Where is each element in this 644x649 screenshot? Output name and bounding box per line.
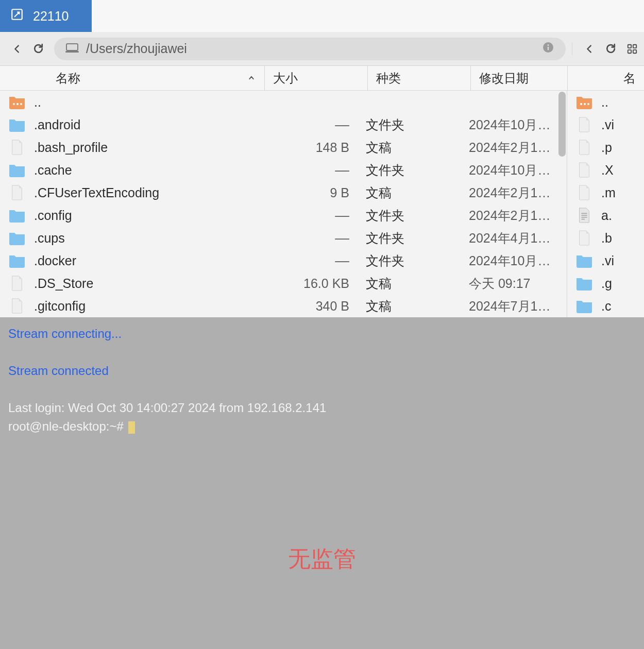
file-size: ––	[265, 117, 358, 132]
column-header-date[interactable]: 修改日期	[471, 66, 567, 90]
file-name: .config	[31, 208, 265, 223]
file-name: .vi	[598, 117, 644, 132]
file-name: .g	[598, 276, 644, 291]
file-kind: 文稿	[358, 184, 461, 201]
file-name: .android	[31, 117, 265, 132]
file-name: .bash_profile	[31, 140, 265, 155]
file-row[interactable]: .vi	[567, 113, 644, 136]
file-row[interactable]: .vi	[567, 249, 644, 272]
file-icon	[0, 276, 31, 291]
file-date: 2024年10月…	[461, 162, 567, 179]
file-row[interactable]: .p	[567, 136, 644, 159]
file-row[interactable]: .DS_Store16.0 KB文稿今天 09:17	[0, 272, 567, 295]
file-name: ..	[598, 95, 644, 110]
path-input[interactable]: /Users/zhoujiawei	[54, 38, 566, 60]
file-row[interactable]: .gitconfig340 B文稿2024年7月1…	[0, 295, 567, 317]
terminal-line: Stream connected	[8, 362, 636, 380]
file-row[interactable]: .b	[567, 227, 644, 249]
svg-rect-13	[628, 44, 631, 47]
file-icon	[567, 185, 598, 200]
svg-point-11	[548, 44, 549, 46]
file-kind: 文件夹	[358, 207, 461, 224]
file-kind: 文件夹	[358, 252, 461, 269]
svg-rect-9	[65, 51, 79, 53]
file-row[interactable]: ..	[0, 91, 567, 113]
file-row[interactable]: .g	[567, 272, 644, 295]
file-row[interactable]: .bash_profile148 B文稿2024年2月1…	[0, 136, 567, 159]
file-kind: 文件夹	[358, 116, 461, 133]
file-name: .cups	[31, 231, 265, 246]
reload-button-right[interactable]	[604, 42, 617, 55]
file-list-left[interactable]: ...android––文件夹2024年10月….bash_profile148…	[0, 91, 567, 317]
file-size: 340 B	[265, 299, 358, 314]
file-size: 16.0 KB	[265, 276, 358, 291]
reload-button[interactable]	[32, 42, 45, 55]
folder-up-icon	[567, 94, 598, 110]
file-icon	[0, 185, 31, 200]
column-header-name[interactable]: 名称	[0, 66, 265, 90]
file-date: 2024年10月…	[461, 116, 567, 133]
file-name: ..	[31, 95, 265, 110]
file-kind: 文件夹	[358, 162, 461, 179]
tab-bar: 22110	[0, 0, 644, 32]
column-header-kind[interactable]: 种类	[368, 66, 471, 90]
file-date: 2024年2月1…	[461, 207, 567, 224]
tab-active[interactable]: 22110	[0, 0, 92, 32]
file-row[interactable]: .c	[567, 295, 644, 317]
file-size: ––	[265, 253, 358, 268]
folder-icon	[0, 253, 31, 268]
column-header-size[interactable]: 大小	[265, 66, 368, 90]
textdoc-icon	[567, 208, 598, 223]
file-row[interactable]: .cache––文件夹2024年10月…	[0, 159, 567, 181]
file-kind: 文稿	[358, 275, 461, 292]
file-name: .docker	[31, 253, 265, 268]
file-icon	[567, 162, 598, 178]
file-list-right[interactable]: ...vi.p.X.ma..b.vi.g.c	[567, 91, 644, 317]
file-icon	[567, 140, 598, 155]
file-row[interactable]: .docker––文件夹2024年10月…	[0, 249, 567, 272]
file-row[interactable]: .config––文件夹2024年2月1…	[0, 204, 567, 227]
grid-view-icon[interactable]	[626, 43, 638, 55]
file-name: .cache	[31, 163, 265, 178]
back-button-right[interactable]	[584, 43, 595, 55]
file-panes: ...android––文件夹2024年10月….bash_profile148…	[0, 91, 644, 317]
file-row[interactable]: .cups––文件夹2024年4月1…	[0, 227, 567, 249]
back-button[interactable]	[11, 43, 23, 55]
file-row[interactable]: .android––文件夹2024年10月…	[0, 113, 567, 136]
file-name: .b	[598, 231, 644, 246]
file-date: 2024年2月1…	[461, 184, 567, 201]
connection-icon	[10, 8, 24, 24]
cursor-icon	[128, 421, 135, 434]
file-name: .vi	[598, 253, 644, 268]
path-text: /Users/zhoujiawei	[86, 41, 187, 56]
watermark: 无监管	[0, 542, 644, 576]
file-name: .gitconfig	[31, 299, 265, 314]
terminal[interactable]: Stream connecting... Stream connected La…	[0, 317, 644, 649]
sort-indicator-icon	[247, 71, 256, 86]
file-size: 148 B	[265, 140, 358, 155]
file-icon	[0, 140, 31, 155]
scrollbar[interactable]	[557, 91, 567, 158]
folder-icon	[567, 276, 598, 291]
tab-title: 22110	[33, 9, 69, 24]
file-kind: 文稿	[358, 298, 461, 315]
file-size: ––	[265, 208, 358, 223]
file-row[interactable]: a.	[567, 204, 644, 227]
file-row[interactable]: ..	[567, 91, 644, 113]
file-date: 2024年7月1…	[461, 298, 567, 315]
file-name: .p	[598, 140, 644, 155]
file-row[interactable]: .m	[567, 181, 644, 204]
folder-icon	[0, 208, 31, 223]
folder-icon	[567, 253, 598, 268]
file-date: 2024年2月1…	[461, 139, 567, 156]
file-row[interactable]: .CFUserTextEncoding9 B文稿2024年2月1…	[0, 181, 567, 204]
file-row[interactable]: .X	[567, 159, 644, 181]
info-icon[interactable]	[542, 41, 554, 57]
svg-rect-14	[633, 44, 636, 47]
file-size: ––	[265, 163, 358, 178]
toolbar: /Users/zhoujiawei	[0, 32, 644, 66]
file-icon	[0, 298, 31, 314]
column-header-name-right[interactable]: 名	[568, 66, 644, 90]
file-name: .DS_Store	[31, 276, 265, 291]
file-icon	[567, 230, 598, 246]
